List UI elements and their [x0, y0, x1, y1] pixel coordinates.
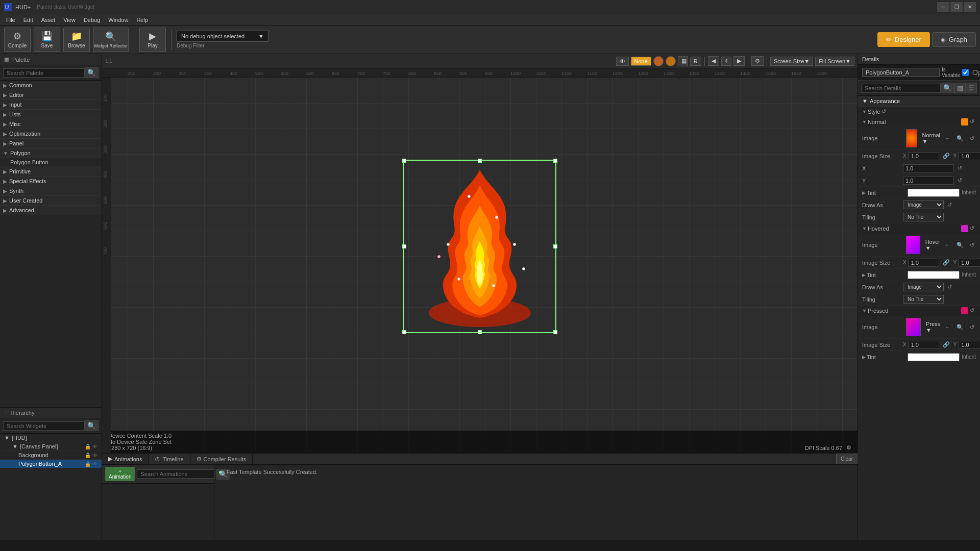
normal-dropdown[interactable]: Normal ▼: [922, 132, 940, 144]
hierarchy-item-background[interactable]: Background 🔒 👁: [0, 451, 102, 460]
palette-category-special-effects[interactable]: ▶ Special Effects: [0, 177, 102, 186]
palette-search-button[interactable]: 🔍: [85, 67, 99, 78]
eye-icon[interactable]: 👁: [92, 444, 97, 449]
widget-container[interactable]: [408, 165, 551, 328]
hover-tiling-dropdown[interactable]: No Tile: [903, 295, 944, 304]
palette-search-input[interactable]: [3, 68, 85, 78]
y-input[interactable]: [903, 177, 954, 185]
hover-draw-as-dropdown[interactable]: Image: [903, 283, 944, 291]
hover-back[interactable]: ←: [943, 241, 952, 248]
hierarchy-search-button[interactable]: 🔍: [85, 420, 99, 431]
handle-tl[interactable]: [402, 159, 406, 163]
canvas-prev-button[interactable]: ◀: [708, 56, 719, 66]
x-reset[interactable]: ↺: [956, 164, 964, 172]
menu-window[interactable]: Window: [104, 16, 132, 24]
palette-category-input[interactable]: ▶ Input: [0, 100, 102, 110]
handle-br[interactable]: [553, 330, 557, 334]
canvas-num-button[interactable]: 4: [721, 57, 731, 66]
lock-icon[interactable]: 🔒: [85, 444, 91, 449]
draw-as-dropdown[interactable]: Image Box Border: [903, 201, 944, 209]
designer-tab[interactable]: ✏ Designer: [877, 32, 930, 47]
hover-zoom[interactable]: 🔍: [955, 241, 965, 249]
menu-debug[interactable]: Debug: [80, 16, 104, 24]
fill-screen-dropdown[interactable]: Fill Screen ▼: [815, 57, 854, 66]
tint-color-bar[interactable]: [908, 189, 960, 197]
add-animation-button[interactable]: + Animation: [105, 467, 135, 481]
hover-tint-bar[interactable]: [908, 271, 960, 279]
tab-timeline[interactable]: ⏱ Timeline: [149, 454, 190, 464]
animation-search-input[interactable]: [137, 469, 214, 479]
minimize-button[interactable]: ─: [937, 2, 949, 12]
dpi-settings-icon[interactable]: ⚙: [846, 444, 851, 451]
normal-image-preview[interactable]: [906, 129, 917, 147]
pressed-subsection[interactable]: ▼ Pressed ↺: [858, 306, 980, 316]
graph-tab[interactable]: ◈ Graph: [932, 32, 976, 47]
menu-edit[interactable]: Edit: [19, 16, 37, 24]
hover-size-y-input[interactable]: [959, 259, 980, 267]
canvas-next-button[interactable]: ▶: [733, 56, 745, 66]
canvas-none-button[interactable]: None: [631, 57, 651, 66]
canvas-settings-button[interactable]: ⚙: [751, 56, 764, 66]
palette-item-polygon-button[interactable]: Polygon Button: [0, 158, 102, 167]
press-tint-bar[interactable]: [908, 353, 960, 361]
hover-size-x-input[interactable]: [909, 259, 939, 267]
press-reset[interactable]: ↺: [968, 323, 976, 331]
image-size-y-input[interactable]: [959, 152, 980, 160]
is-variable-checkbox[interactable]: [962, 69, 969, 76]
tab-compiler-results[interactable]: ⚙ Compiler Results: [190, 454, 253, 464]
play-button[interactable]: ▶ Play: [139, 28, 166, 52]
y-reset[interactable]: ↺: [956, 177, 964, 184]
press-image-preview[interactable]: [906, 318, 921, 336]
hover-dropdown[interactable]: Hover ▼: [925, 239, 940, 251]
press-dropdown[interactable]: Press ▼: [926, 321, 940, 333]
widget-reflector-button[interactable]: 🔍 Widget Reflector: [93, 28, 129, 52]
tab-animations[interactable]: ▶ Animations: [102, 454, 149, 464]
menu-help[interactable]: Help: [132, 16, 152, 24]
hovered-reset-button[interactable]: ↺: [968, 224, 976, 232]
palette-category-panel[interactable]: ▶ Panel: [0, 139, 102, 148]
canvas-eye-button[interactable]: 👁: [616, 57, 629, 66]
save-button[interactable]: 💾 Save: [34, 28, 60, 52]
widget-name-input[interactable]: [862, 68, 940, 77]
hovered-subsection[interactable]: ▼ Hovered ↺: [858, 223, 980, 234]
eye-icon[interactable]: 👁: [92, 453, 97, 458]
palette-category-misc[interactable]: ▶ Misc: [0, 119, 102, 129]
hover-reset[interactable]: ↺: [968, 241, 976, 249]
clear-button[interactable]: Clear: [836, 454, 857, 464]
palette-category-user-created[interactable]: ▶ User Created: [0, 196, 102, 206]
image-size-x-link[interactable]: 🔗: [941, 152, 951, 160]
handle-bl[interactable]: [402, 330, 406, 334]
hierarchy-item-hud[interactable]: ▼ [HUD]: [0, 434, 102, 442]
hover-size-x-link[interactable]: 🔗: [941, 259, 951, 266]
canvas-orange-btn-1[interactable]: [653, 56, 664, 66]
details-search-input[interactable]: [861, 84, 941, 93]
style-subsection[interactable]: ▼ Style ↺: [858, 107, 980, 117]
compile-button[interactable]: ⚙ Compile: [4, 28, 31, 52]
pressed-reset-button[interactable]: ↺: [968, 307, 976, 314]
palette-category-editor[interactable]: ▶ Editor: [0, 90, 102, 100]
debug-filter-dropdown[interactable]: No debug object selected ▼: [177, 31, 268, 42]
open-details-button[interactable]: Ope: [971, 68, 980, 77]
style-reset-button[interactable]: ↺: [880, 108, 888, 115]
browse-button[interactable]: 📁 Browse: [63, 28, 90, 52]
normal-reset-button[interactable]: ↺: [968, 118, 976, 126]
menu-file[interactable]: File: [2, 16, 19, 24]
appearance-section-header[interactable]: ▼ Appearance: [858, 96, 980, 107]
menu-view[interactable]: View: [59, 16, 80, 24]
eye-icon[interactable]: 👁: [92, 461, 97, 467]
details-search-button[interactable]: 🔍: [941, 83, 954, 93]
palette-category-common[interactable]: ▶ Common: [0, 81, 102, 90]
details-list-button[interactable]: ☰: [966, 83, 977, 93]
hierarchy-item-polygon-button[interactable]: PolygonButton_A 🔒 👁: [0, 460, 102, 468]
lock-icon[interactable]: 🔒: [85, 461, 91, 467]
handle-tr[interactable]: [553, 159, 557, 163]
press-x-link[interactable]: 🔗: [941, 341, 951, 348]
palette-category-advanced[interactable]: ▶ Advanced: [0, 206, 102, 215]
palette-category-primitive[interactable]: ▶ Primitive: [0, 167, 102, 177]
press-back[interactable]: ←: [943, 323, 952, 331]
tiling-dropdown[interactable]: No Tile Tile: [903, 213, 944, 221]
img-zoom[interactable]: 🔍: [955, 135, 965, 142]
x-input[interactable]: [903, 164, 954, 172]
details-view-button[interactable]: ▦: [954, 83, 966, 93]
canvas-orange-btn-2[interactable]: [666, 56, 676, 66]
